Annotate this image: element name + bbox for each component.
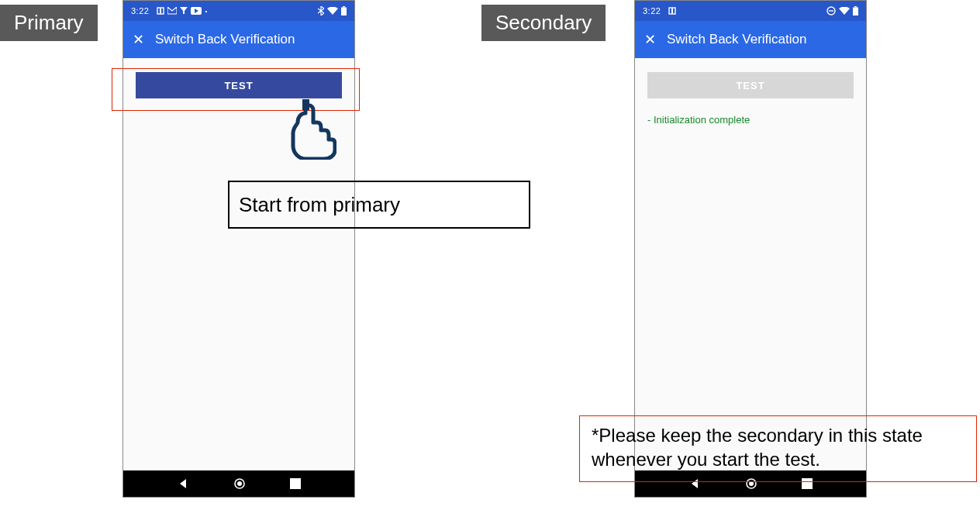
svg-rect-14 bbox=[854, 6, 857, 8]
back-icon[interactable] bbox=[688, 477, 701, 490]
square-icon bbox=[157, 7, 164, 15]
bluetooth-icon bbox=[318, 6, 324, 16]
wifi-icon bbox=[839, 7, 850, 15]
primary-label: Primary bbox=[0, 5, 98, 41]
square-icon bbox=[668, 7, 676, 15]
home-icon[interactable] bbox=[233, 477, 246, 490]
svg-rect-4 bbox=[343, 6, 345, 8]
battery-icon bbox=[853, 6, 858, 16]
svg-rect-3 bbox=[341, 8, 347, 16]
test-button-disabled: TEST bbox=[647, 72, 854, 98]
nav-bar bbox=[123, 470, 354, 497]
recent-icon[interactable] bbox=[290, 478, 301, 489]
app-bar: ✕ Switch Back Verification bbox=[635, 21, 866, 58]
youtube-icon bbox=[191, 7, 202, 15]
phone-primary: 3:22 • ✕ Switch Back Verification TEST bbox=[122, 0, 355, 498]
battery-icon bbox=[341, 6, 347, 16]
svg-rect-1 bbox=[160, 9, 161, 14]
status-bar: 3:22 • bbox=[123, 1, 354, 21]
app-title: Switch Back Verification bbox=[667, 32, 806, 47]
svg-point-16 bbox=[749, 481, 754, 486]
back-icon[interactable] bbox=[177, 477, 189, 490]
annotation-start-from-primary: Start from primary bbox=[228, 181, 530, 229]
close-icon[interactable]: ✕ bbox=[644, 33, 656, 47]
svg-rect-17 bbox=[802, 478, 813, 489]
dot-icon: • bbox=[205, 8, 207, 15]
secondary-label: Secondary bbox=[481, 5, 606, 41]
home-icon[interactable] bbox=[745, 477, 757, 490]
status-time: 3:22 bbox=[131, 6, 149, 16]
wifi-icon bbox=[327, 7, 338, 15]
init-complete-msg: - Initialization complete bbox=[647, 114, 866, 126]
status-time: 3:22 bbox=[643, 6, 661, 16]
svg-rect-7 bbox=[290, 478, 301, 489]
nav-bar bbox=[635, 470, 866, 497]
gmail-icon bbox=[167, 7, 177, 15]
status-bar: 3:22 bbox=[635, 1, 866, 21]
svg-point-6 bbox=[237, 481, 242, 486]
svg-rect-13 bbox=[853, 8, 858, 16]
app-bar: ✕ Switch Back Verification bbox=[123, 21, 354, 58]
close-icon[interactable]: ✕ bbox=[133, 33, 144, 47]
recent-icon[interactable] bbox=[802, 478, 813, 489]
svg-rect-10 bbox=[671, 9, 673, 14]
test-button[interactable]: TEST bbox=[136, 72, 342, 98]
app-title: Switch Back Verification bbox=[155, 32, 295, 47]
dnd-icon bbox=[826, 6, 836, 16]
filter-icon bbox=[180, 7, 188, 15]
annotation-keep-secondary: *Please keep the secondary in this state… bbox=[592, 423, 964, 471]
